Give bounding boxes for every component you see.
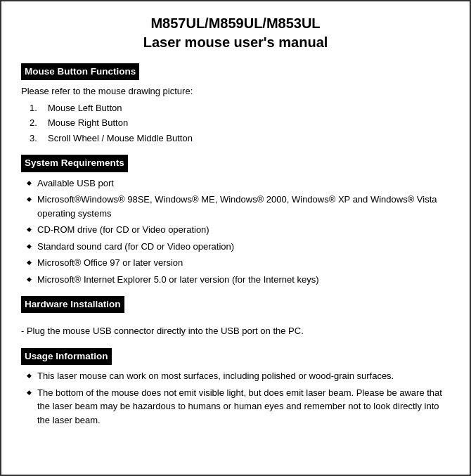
section-hardware-installation: Hardware Installation - Plug the mouse U…	[21, 296, 450, 338]
heading-mouse-button-functions: Mouse Button Functions	[21, 63, 139, 80]
title-line2: Laser mouse user's manual	[143, 34, 328, 50]
list-text: Available USB port	[37, 176, 114, 191]
system-requirements-list: Available USB port Microsoft®Windows® 98…	[21, 176, 450, 287]
heading-hardware-installation: Hardware Installation	[21, 296, 124, 313]
title-line1: M857UL/M859UL/M853UL	[150, 15, 320, 31]
page-container: M857UL/M859UL/M853UL Laser mouse user's …	[0, 0, 471, 476]
list-item: Microsoft®Windows® 98SE, Windows® ME, Wi…	[21, 193, 450, 220]
hardware-text: - Plug the mouse USB connector directly …	[21, 324, 450, 338]
mouse-functions-intro: Please refer to the mouse drawing pictur…	[21, 84, 450, 98]
list-num: 2.	[30, 116, 42, 130]
list-item: Standard sound card (for CD or Video ope…	[21, 240, 450, 254]
list-num: 1.	[30, 101, 42, 115]
list-item: CD-ROM drive (for CD or Video operation)	[21, 223, 450, 237]
document-title: M857UL/M859UL/M853UL Laser mouse user's …	[21, 14, 450, 52]
list-item: This laser mouse can work on most surfac…	[21, 369, 450, 383]
list-text: Microsoft® Internet Explorer 5.0 or late…	[37, 273, 318, 287]
list-text: Standard sound card (for CD or Video ope…	[37, 240, 234, 254]
list-num: 3.	[30, 131, 42, 146]
list-text: Mouse Right Button	[48, 116, 128, 130]
list-text: The bottom of the mouse does not emit vi…	[37, 386, 450, 427]
list-item: 2. Mouse Right Button	[21, 116, 450, 130]
section-system-requirements: System Requirements Available USB port M…	[21, 155, 450, 286]
list-item: Microsoft® Office 97 or later version	[21, 256, 450, 270]
heading-usage-information: Usage Information	[21, 348, 112, 365]
list-item: 1. Mouse Left Button	[21, 101, 450, 115]
list-text: This laser mouse can work on most surfac…	[37, 369, 394, 383]
list-text: Microsoft®Windows® 98SE, Windows® ME, Wi…	[37, 193, 450, 220]
section-usage-information: Usage Information This laser mouse can w…	[21, 348, 450, 427]
list-text: Mouse Left Button	[48, 101, 122, 115]
document-body: M857UL/M859UL/M853UL Laser mouse user's …	[1, 1, 470, 451]
list-item: Microsoft® Internet Explorer 5.0 or late…	[21, 273, 450, 287]
list-text: Microsoft® Office 97 or later version	[37, 256, 183, 270]
list-item: The bottom of the mouse does not emit vi…	[21, 386, 450, 427]
heading-system-requirements: System Requirements	[21, 155, 128, 172]
list-item: Available USB port	[21, 176, 450, 191]
usage-information-list: This laser mouse can work on most surfac…	[21, 369, 450, 427]
section-mouse-button-functions: Mouse Button Functions Please refer to t…	[21, 63, 450, 145]
list-text: Scroll Wheel / Mouse Middle Button	[48, 131, 193, 146]
mouse-button-list: 1. Mouse Left Button 2. Mouse Right Butt…	[21, 101, 450, 146]
list-text: CD-ROM drive (for CD or Video operation)	[37, 223, 209, 237]
list-item: 3. Scroll Wheel / Mouse Middle Button	[21, 131, 450, 146]
